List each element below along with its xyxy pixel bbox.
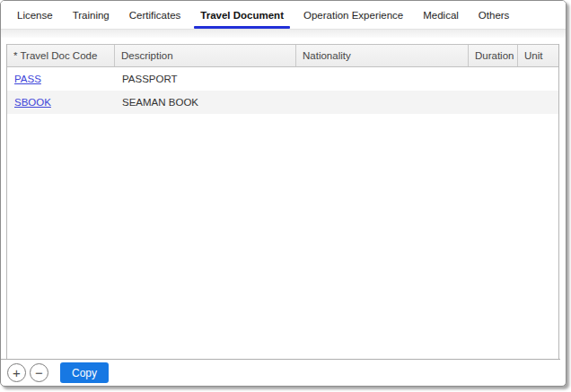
- add-row-button[interactable]: +: [7, 363, 26, 382]
- tab-bar: License Training Certificates Travel Doc…: [1, 1, 566, 30]
- tab-training[interactable]: Training: [63, 1, 119, 29]
- grid-header-row: * Travel Doc Code Description Nationalit…: [7, 44, 558, 67]
- footer-toolbar: + − Copy: [1, 360, 566, 386]
- tab-travel-document[interactable]: Travel Document: [190, 1, 294, 29]
- cell-description: PASSPORT: [115, 74, 296, 84]
- tab-license[interactable]: License: [7, 1, 63, 29]
- cell-travel-doc-code: PASS: [7, 74, 115, 84]
- travel-doc-code-link[interactable]: PASS: [14, 74, 41, 84]
- tab-medical[interactable]: Medical: [413, 1, 469, 29]
- tab-certificates[interactable]: Certificates: [119, 1, 191, 29]
- travel-doc-code-link[interactable]: SBOOK: [14, 97, 51, 108]
- cell-travel-doc-code: SBOOK: [7, 97, 115, 108]
- column-header-unit[interactable]: Unit: [518, 45, 558, 66]
- remove-row-button[interactable]: −: [30, 363, 48, 382]
- column-header-nationality[interactable]: Nationality: [296, 45, 469, 66]
- table-row[interactable]: SBOOK SEAMAN BOOK: [7, 91, 558, 114]
- column-header-duration[interactable]: Duration: [469, 45, 518, 66]
- column-header-description[interactable]: Description: [115, 45, 296, 66]
- column-header-travel-doc-code[interactable]: * Travel Doc Code: [7, 45, 115, 66]
- travel-document-grid: * Travel Doc Code Description Nationalit…: [6, 44, 559, 360]
- cell-description: SEAMAN BOOK: [115, 97, 296, 108]
- travel-document-panel: License Training Certificates Travel Doc…: [0, 0, 567, 387]
- tab-operation-experience[interactable]: Operation Experience: [294, 1, 413, 29]
- tab-shelf-divider: [1, 30, 566, 38]
- tab-others[interactable]: Others: [469, 1, 520, 29]
- copy-button[interactable]: Copy: [60, 362, 109, 383]
- table-row[interactable]: PASS PASSPORT: [7, 67, 558, 91]
